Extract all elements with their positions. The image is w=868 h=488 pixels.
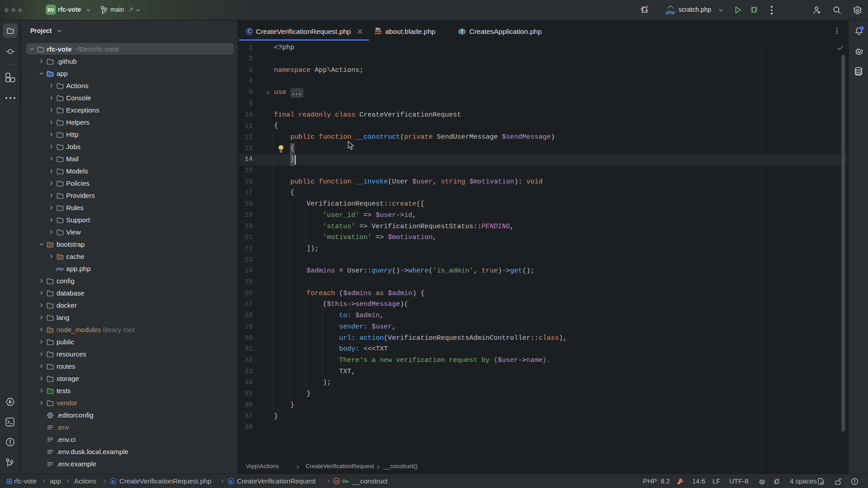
svg-text:m: m [335, 479, 338, 483]
svg-text:C: C [112, 479, 115, 484]
svg-text:C: C [230, 479, 233, 484]
svg-text:php: php [665, 9, 675, 15]
svg-text:C: C [248, 29, 251, 34]
svg-text:T: T [461, 29, 464, 34]
